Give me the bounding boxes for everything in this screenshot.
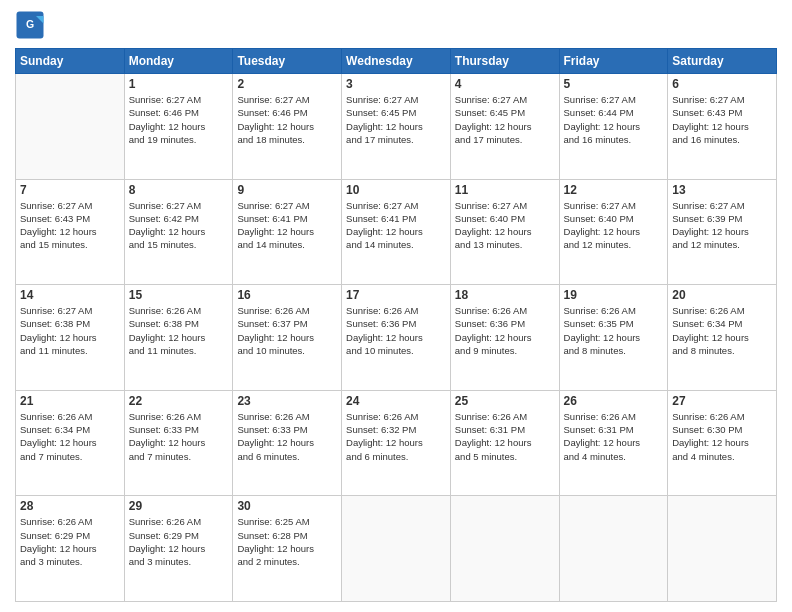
calendar-cell: 27Sunrise: 6:26 AM Sunset: 6:30 PM Dayli… xyxy=(668,390,777,496)
calendar-cell: 10Sunrise: 6:27 AM Sunset: 6:41 PM Dayli… xyxy=(342,179,451,285)
calendar-cell xyxy=(342,496,451,602)
day-number: 10 xyxy=(346,183,446,197)
day-info: Sunrise: 6:27 AM Sunset: 6:43 PM Dayligh… xyxy=(672,93,772,146)
day-info: Sunrise: 6:27 AM Sunset: 6:40 PM Dayligh… xyxy=(564,199,664,252)
day-info: Sunrise: 6:26 AM Sunset: 6:33 PM Dayligh… xyxy=(237,410,337,463)
calendar-table: SundayMondayTuesdayWednesdayThursdayFrid… xyxy=(15,48,777,602)
day-info: Sunrise: 6:27 AM Sunset: 6:43 PM Dayligh… xyxy=(20,199,120,252)
day-number: 15 xyxy=(129,288,229,302)
day-info: Sunrise: 6:26 AM Sunset: 6:30 PM Dayligh… xyxy=(672,410,772,463)
day-number: 6 xyxy=(672,77,772,91)
calendar-cell: 20Sunrise: 6:26 AM Sunset: 6:34 PM Dayli… xyxy=(668,285,777,391)
calendar-cell: 14Sunrise: 6:27 AM Sunset: 6:38 PM Dayli… xyxy=(16,285,125,391)
day-info: Sunrise: 6:26 AM Sunset: 6:34 PM Dayligh… xyxy=(672,304,772,357)
day-number: 7 xyxy=(20,183,120,197)
calendar-cell: 15Sunrise: 6:26 AM Sunset: 6:38 PM Dayli… xyxy=(124,285,233,391)
day-info: Sunrise: 6:27 AM Sunset: 6:45 PM Dayligh… xyxy=(455,93,555,146)
calendar-cell: 6Sunrise: 6:27 AM Sunset: 6:43 PM Daylig… xyxy=(668,74,777,180)
day-number: 9 xyxy=(237,183,337,197)
day-number: 17 xyxy=(346,288,446,302)
day-info: Sunrise: 6:26 AM Sunset: 6:33 PM Dayligh… xyxy=(129,410,229,463)
calendar-cell: 17Sunrise: 6:26 AM Sunset: 6:36 PM Dayli… xyxy=(342,285,451,391)
day-number: 12 xyxy=(564,183,664,197)
day-number: 5 xyxy=(564,77,664,91)
day-info: Sunrise: 6:27 AM Sunset: 6:38 PM Dayligh… xyxy=(20,304,120,357)
calendar-cell: 3Sunrise: 6:27 AM Sunset: 6:45 PM Daylig… xyxy=(342,74,451,180)
day-number: 11 xyxy=(455,183,555,197)
day-info: Sunrise: 6:27 AM Sunset: 6:40 PM Dayligh… xyxy=(455,199,555,252)
day-number: 4 xyxy=(455,77,555,91)
weekday-header: Tuesday xyxy=(233,49,342,74)
calendar-cell: 4Sunrise: 6:27 AM Sunset: 6:45 PM Daylig… xyxy=(450,74,559,180)
calendar-cell: 11Sunrise: 6:27 AM Sunset: 6:40 PM Dayli… xyxy=(450,179,559,285)
calendar-cell: 24Sunrise: 6:26 AM Sunset: 6:32 PM Dayli… xyxy=(342,390,451,496)
day-number: 14 xyxy=(20,288,120,302)
day-info: Sunrise: 6:27 AM Sunset: 6:46 PM Dayligh… xyxy=(129,93,229,146)
day-info: Sunrise: 6:26 AM Sunset: 6:35 PM Dayligh… xyxy=(564,304,664,357)
day-info: Sunrise: 6:27 AM Sunset: 6:42 PM Dayligh… xyxy=(129,199,229,252)
calendar-cell: 7Sunrise: 6:27 AM Sunset: 6:43 PM Daylig… xyxy=(16,179,125,285)
calendar-cell: 25Sunrise: 6:26 AM Sunset: 6:31 PM Dayli… xyxy=(450,390,559,496)
day-info: Sunrise: 6:26 AM Sunset: 6:29 PM Dayligh… xyxy=(129,515,229,568)
calendar-cell xyxy=(16,74,125,180)
day-number: 8 xyxy=(129,183,229,197)
calendar-cell: 29Sunrise: 6:26 AM Sunset: 6:29 PM Dayli… xyxy=(124,496,233,602)
calendar-cell: 28Sunrise: 6:26 AM Sunset: 6:29 PM Dayli… xyxy=(16,496,125,602)
day-info: Sunrise: 6:26 AM Sunset: 6:38 PM Dayligh… xyxy=(129,304,229,357)
day-number: 18 xyxy=(455,288,555,302)
calendar-cell xyxy=(450,496,559,602)
day-number: 21 xyxy=(20,394,120,408)
day-info: Sunrise: 6:27 AM Sunset: 6:41 PM Dayligh… xyxy=(346,199,446,252)
calendar-page: G SundayMondayTuesdayWednesdayThursdayFr… xyxy=(0,0,792,612)
logo: G xyxy=(15,10,47,40)
day-number: 23 xyxy=(237,394,337,408)
day-info: Sunrise: 6:26 AM Sunset: 6:36 PM Dayligh… xyxy=(455,304,555,357)
calendar-cell: 22Sunrise: 6:26 AM Sunset: 6:33 PM Dayli… xyxy=(124,390,233,496)
day-info: Sunrise: 6:26 AM Sunset: 6:34 PM Dayligh… xyxy=(20,410,120,463)
day-info: Sunrise: 6:26 AM Sunset: 6:36 PM Dayligh… xyxy=(346,304,446,357)
day-info: Sunrise: 6:27 AM Sunset: 6:41 PM Dayligh… xyxy=(237,199,337,252)
calendar-cell: 9Sunrise: 6:27 AM Sunset: 6:41 PM Daylig… xyxy=(233,179,342,285)
day-number: 20 xyxy=(672,288,772,302)
calendar-cell: 2Sunrise: 6:27 AM Sunset: 6:46 PM Daylig… xyxy=(233,74,342,180)
svg-text:G: G xyxy=(26,18,34,30)
day-number: 19 xyxy=(564,288,664,302)
logo-icon: G xyxy=(15,10,45,40)
day-number: 26 xyxy=(564,394,664,408)
weekday-header: Friday xyxy=(559,49,668,74)
day-number: 30 xyxy=(237,499,337,513)
day-info: Sunrise: 6:25 AM Sunset: 6:28 PM Dayligh… xyxy=(237,515,337,568)
day-number: 13 xyxy=(672,183,772,197)
day-info: Sunrise: 6:26 AM Sunset: 6:31 PM Dayligh… xyxy=(564,410,664,463)
header: G xyxy=(15,10,777,40)
calendar-cell: 12Sunrise: 6:27 AM Sunset: 6:40 PM Dayli… xyxy=(559,179,668,285)
day-info: Sunrise: 6:26 AM Sunset: 6:29 PM Dayligh… xyxy=(20,515,120,568)
calendar-cell: 30Sunrise: 6:25 AM Sunset: 6:28 PM Dayli… xyxy=(233,496,342,602)
calendar-cell: 18Sunrise: 6:26 AM Sunset: 6:36 PM Dayli… xyxy=(450,285,559,391)
calendar-cell: 13Sunrise: 6:27 AM Sunset: 6:39 PM Dayli… xyxy=(668,179,777,285)
day-number: 22 xyxy=(129,394,229,408)
day-number: 29 xyxy=(129,499,229,513)
weekday-header: Saturday xyxy=(668,49,777,74)
day-info: Sunrise: 6:27 AM Sunset: 6:44 PM Dayligh… xyxy=(564,93,664,146)
day-number: 1 xyxy=(129,77,229,91)
day-number: 27 xyxy=(672,394,772,408)
day-number: 24 xyxy=(346,394,446,408)
day-info: Sunrise: 6:27 AM Sunset: 6:45 PM Dayligh… xyxy=(346,93,446,146)
weekday-header: Monday xyxy=(124,49,233,74)
day-number: 3 xyxy=(346,77,446,91)
calendar-cell: 26Sunrise: 6:26 AM Sunset: 6:31 PM Dayli… xyxy=(559,390,668,496)
day-info: Sunrise: 6:26 AM Sunset: 6:31 PM Dayligh… xyxy=(455,410,555,463)
calendar-cell: 21Sunrise: 6:26 AM Sunset: 6:34 PM Dayli… xyxy=(16,390,125,496)
day-number: 16 xyxy=(237,288,337,302)
calendar-cell: 23Sunrise: 6:26 AM Sunset: 6:33 PM Dayli… xyxy=(233,390,342,496)
calendar-cell: 5Sunrise: 6:27 AM Sunset: 6:44 PM Daylig… xyxy=(559,74,668,180)
day-info: Sunrise: 6:26 AM Sunset: 6:37 PM Dayligh… xyxy=(237,304,337,357)
day-number: 28 xyxy=(20,499,120,513)
calendar-cell: 8Sunrise: 6:27 AM Sunset: 6:42 PM Daylig… xyxy=(124,179,233,285)
day-number: 2 xyxy=(237,77,337,91)
day-info: Sunrise: 6:27 AM Sunset: 6:39 PM Dayligh… xyxy=(672,199,772,252)
calendar-cell xyxy=(559,496,668,602)
calendar-cell xyxy=(668,496,777,602)
weekday-header: Thursday xyxy=(450,49,559,74)
